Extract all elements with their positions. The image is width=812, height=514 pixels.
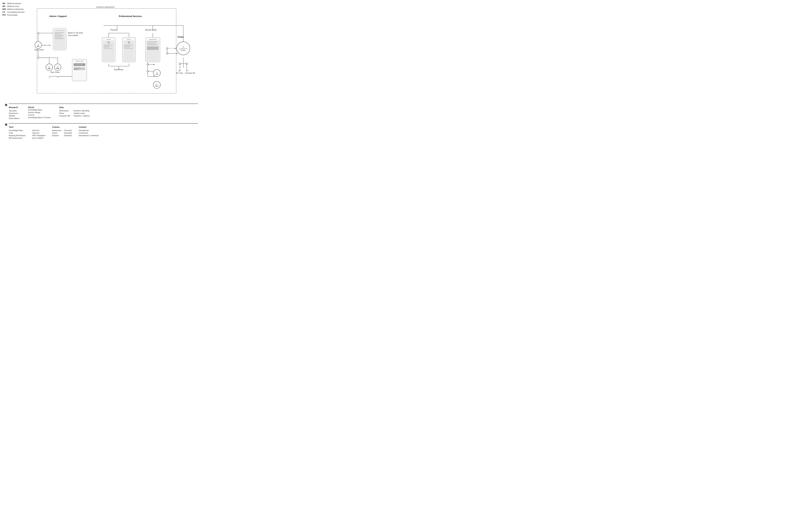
comms-item-2: Inform bbox=[52, 132, 61, 134]
svpro-label: In-person 9-5SVPRO bbox=[179, 48, 187, 51]
empower-me-label: Empower Me bbox=[184, 72, 196, 74]
context-col: Context Educational Contextual Education… bbox=[79, 126, 98, 137]
assessment-inner bbox=[146, 40, 159, 62]
tech-detail-heading bbox=[32, 126, 46, 128]
kb-phone: Knowledge Base bbox=[53, 28, 66, 50]
bottom-sections: Research Top tasks Experience Attitude E… bbox=[0, 104, 203, 140]
tech-details-col: Intercom Intercom HPE Integration Quiz m… bbox=[32, 126, 46, 140]
doctor-inner bbox=[103, 40, 114, 62]
data-col: Data Workshops Peers Empower Me Numbers … bbox=[59, 106, 90, 117]
nurse-inner bbox=[123, 40, 135, 62]
tech-heading: Tech bbox=[9, 126, 26, 128]
svg-point-12 bbox=[37, 32, 39, 34]
d-line1 bbox=[104, 45, 113, 46]
data-item-1: Workshops bbox=[59, 110, 70, 112]
ww-icon: ☺ bbox=[57, 65, 59, 67]
comms-labels: Awareness Inform Expand bbox=[52, 130, 61, 137]
context-item-2: Contextual bbox=[79, 132, 98, 134]
diagram: In-person assessment bbox=[0, 3, 203, 102]
wa-node: ☺ WA bbox=[35, 41, 42, 49]
research-item-2: Experience bbox=[9, 112, 20, 114]
bc-crisis-link-icon[interactable]: ↗ bbox=[178, 69, 180, 72]
professional-heading: Professional Services bbox=[119, 15, 142, 18]
physical-label: Physical bbox=[110, 29, 117, 31]
empower-me-link-icon[interactable]: ↗ bbox=[187, 69, 189, 72]
tech-detail-1: Intercom bbox=[32, 130, 46, 132]
kb-phone-title: Knowledge Base bbox=[54, 29, 65, 31]
kb-line4 bbox=[55, 36, 62, 37]
comms-sub: Awareness Inform Expand (Convert) (Activ… bbox=[52, 130, 72, 137]
svg-point-33 bbox=[147, 64, 148, 65]
data-heading: Data bbox=[59, 106, 90, 109]
wp-abbr: WP bbox=[48, 67, 51, 69]
kb-line5 bbox=[55, 38, 64, 39]
tech-detail-2: Intercom bbox=[32, 132, 46, 134]
n-line1 bbox=[124, 45, 133, 46]
book-online-phys: Book Online bbox=[112, 69, 125, 70]
support-title: Support Split bbox=[73, 60, 86, 62]
tech-item-1: Knowledge Base bbox=[9, 130, 26, 132]
row-marker-1 bbox=[5, 104, 7, 106]
research-item-4: Expectations bbox=[9, 117, 20, 119]
tech-detail-3: HPE Integration bbox=[32, 135, 46, 137]
data-sub: Workshops Peers Empower Me Numbers atten… bbox=[59, 110, 90, 117]
diagram-svg: In-person assessment bbox=[0, 3, 203, 102]
kb-line3 bbox=[55, 35, 64, 36]
cs-node: ☺ CS bbox=[153, 69, 161, 77]
data-val-2: Subject areas bbox=[74, 112, 90, 114]
research-item-1: Top tasks bbox=[9, 110, 20, 112]
ubc-btn: UBC Support bbox=[74, 63, 85, 66]
svg-point-55 bbox=[166, 53, 168, 54]
data-item-2: Peers bbox=[59, 112, 70, 114]
svg-marker-42 bbox=[175, 48, 176, 49]
tech-col: Tech Knowledge Base Chat Booking Worksho… bbox=[9, 126, 26, 140]
informs-item-1: Knowledge Base bbox=[28, 109, 51, 111]
kb-phone-inner bbox=[54, 31, 65, 51]
bottom-row-1: Research Top tasks Experience Attitude E… bbox=[9, 104, 198, 120]
tech-item-4: MH Assessment bbox=[9, 137, 26, 139]
svg-text:In-person assessment: In-person assessment bbox=[96, 6, 114, 8]
doctor-title: Doctor bbox=[103, 39, 114, 40]
context-heading: Context bbox=[79, 126, 98, 128]
research-col: Research Top tasks Experience Attitude E… bbox=[9, 106, 20, 120]
context-item-1: Educational bbox=[79, 130, 98, 132]
informs-label: Informs bbox=[28, 106, 51, 108]
bottom-row-2-wrap: Tech Knowledge Base Chat Booking Worksho… bbox=[5, 123, 198, 140]
n-line2 bbox=[124, 46, 130, 47]
kb-line1 bbox=[55, 32, 64, 33]
comms-item-1: Awareness bbox=[52, 130, 61, 132]
data-item-3: Empower Me bbox=[59, 115, 70, 117]
psy-node: ☺ PSY bbox=[153, 81, 161, 89]
page: WAWellness AdvisorWPWellness PeerWWWelln… bbox=[0, 0, 203, 146]
cs-abbr: CS bbox=[156, 73, 158, 75]
tech-item-3: Booking Workshops bbox=[9, 135, 26, 137]
crisis-heading-label: Crisis bbox=[177, 36, 184, 38]
svg-point-46 bbox=[186, 63, 187, 64]
ww-abbr: WW bbox=[56, 67, 59, 69]
crisis-icon: ☺ bbox=[182, 46, 184, 48]
data-labels: Workshops Peers Empower Me bbox=[59, 110, 70, 117]
psy-abbr: PSY bbox=[155, 85, 158, 87]
data-val-1: Numbers attending bbox=[74, 110, 90, 112]
doctor-phone: Doctor bbox=[102, 37, 115, 62]
informs-item-3: Comms bbox=[28, 114, 51, 116]
nurse-title: Nurse bbox=[123, 39, 135, 40]
research-heading: Research bbox=[9, 106, 20, 109]
nurse-phone: Nurse bbox=[122, 37, 136, 62]
based-on-label: Based on Top Tasks bbox=[68, 32, 83, 34]
chat-enabled: Chat enabled bbox=[68, 34, 78, 36]
psy-icon: ☺ bbox=[156, 83, 158, 85]
ww-node: ☺ WW bbox=[54, 64, 61, 71]
row-spacer bbox=[5, 120, 198, 123]
assessment-title: Assessment bbox=[146, 39, 159, 40]
comms-col: Comms Awareness Inform Expand (Convert) … bbox=[52, 126, 72, 137]
kb-line2 bbox=[55, 33, 61, 34]
wa-abbr: WA bbox=[37, 45, 39, 47]
d-line2 bbox=[104, 46, 110, 47]
cs-icon: ☺ bbox=[156, 71, 158, 73]
tech-detail-4: Quiz module? bbox=[32, 137, 46, 139]
context-item-3: Educational / contextual bbox=[79, 135, 98, 137]
d-line3 bbox=[104, 48, 113, 49]
a-box bbox=[147, 47, 158, 50]
bc-crisis-label: BC Crisis bbox=[175, 72, 184, 74]
